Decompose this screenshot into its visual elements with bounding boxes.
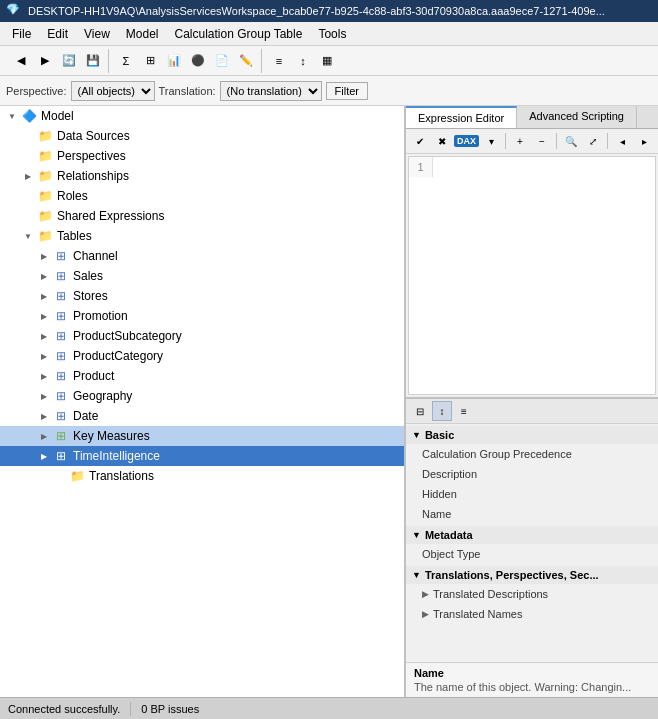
sep-3 (607, 133, 608, 149)
tree-item-geography[interactable]: ⊞ Geography (0, 386, 404, 406)
productcategory-label: ProductCategory (73, 349, 163, 363)
ball-btn[interactable]: ⚫ (187, 50, 209, 72)
chart-btn[interactable]: 📊 (163, 50, 185, 72)
save-btn[interactable]: 💾 (82, 50, 104, 72)
tree-item-productcategory[interactable]: ⊞ ProductCategory (0, 346, 404, 366)
perspective-select[interactable]: (All objects) (71, 81, 155, 101)
tree-item-product[interactable]: ⊞ Product (0, 366, 404, 386)
deploy-btn[interactable]: ▦ (316, 50, 338, 72)
stores-arrow (36, 292, 52, 301)
toolbar-group-3: ≡ ↕ ▦ (264, 49, 342, 73)
menu-tools[interactable]: Tools (310, 25, 354, 43)
product-arrow (36, 372, 52, 381)
tree-item-stores[interactable]: ⊞ Stores (0, 286, 404, 306)
props-content: ▼ Basic Calculation Group Precedence Des… (406, 424, 658, 662)
tree-item-translations[interactable]: 📁 Translations (0, 466, 404, 486)
sep-2 (556, 133, 557, 149)
menu-calc-group-table[interactable]: Calculation Group Table (167, 25, 311, 43)
keymeasures-arrow (36, 432, 52, 441)
metadata-group-label: Metadata (425, 529, 473, 541)
props-row-translated-descriptions[interactable]: ▶ Translated Descriptions (406, 584, 658, 604)
tree-item-keymeasures[interactable]: ⊞ Key Measures (0, 426, 404, 446)
editor-area[interactable]: 1 (408, 156, 656, 395)
arrow-left-btn[interactable]: ◂ (612, 131, 632, 151)
tree-item-roles[interactable]: 📁 Roles (0, 186, 404, 206)
translations-triangle: ▼ (412, 570, 421, 580)
translations-folder-icon: 📁 (68, 468, 86, 484)
tree-item-model[interactable]: 🔷 Model (0, 106, 404, 126)
minus-btn[interactable]: − (532, 131, 552, 151)
props-row-description[interactable]: Description (406, 464, 658, 484)
tab-advanced-scripting[interactable]: Advanced Scripting (517, 106, 637, 128)
keymeasures-label: Key Measures (73, 429, 150, 443)
tree-item-productsubcategory[interactable]: ⊞ ProductSubcategory (0, 326, 404, 346)
productsubcategory-label: ProductSubcategory (73, 329, 182, 343)
tree-item-perspectives[interactable]: 📁 Perspectives (0, 146, 404, 166)
sigma-btn[interactable]: Σ (115, 50, 137, 72)
tn-arrow: ▶ (422, 609, 429, 619)
toolbar-perspective: Perspective: (All objects) Translation: … (0, 76, 658, 106)
arrow-right-btn[interactable]: ▸ (634, 131, 654, 151)
title-bar: 💎 DESKTOP-HH1V9AQ\AnalysisServicesWorksp… (0, 0, 658, 22)
tree-item-promotion[interactable]: ⊞ Promotion (0, 306, 404, 326)
tree-item-relationships[interactable]: 📁 Relationships (0, 166, 404, 186)
translations-group-label: Translations, Perspectives, Sec... (425, 569, 599, 581)
tree-item-shared-expressions[interactable]: 📁 Shared Expressions (0, 206, 404, 226)
reject-btn[interactable]: ✖ (432, 131, 452, 151)
doc-btn[interactable]: 📄 (211, 50, 233, 72)
title-text: DESKTOP-HH1V9AQ\AnalysisServicesWorkspac… (28, 5, 652, 17)
filter-button[interactable]: Filter (326, 82, 368, 100)
productcategory-arrow (36, 352, 52, 361)
props-btn-3[interactable]: ≡ (454, 401, 474, 421)
props-row-hidden[interactable]: Hidden (406, 484, 658, 504)
props-row-name[interactable]: Name (406, 504, 658, 524)
props-btn-2[interactable]: ↕ (432, 401, 452, 421)
tree-item-datasources[interactable]: 📁 Data Sources (0, 126, 404, 146)
props-row-object-type[interactable]: Object Type (406, 544, 658, 564)
edit-btn[interactable]: ✏️ (235, 50, 257, 72)
main-content: 🔷 Model 📁 Data Sources 📁 Perspectives 📁 … (0, 106, 658, 697)
props-group-metadata-header[interactable]: ▼ Metadata (406, 526, 658, 544)
props-btn-1[interactable]: ⊟ (410, 401, 430, 421)
productsubcategory-arrow (36, 332, 52, 341)
accept-btn[interactable]: ✔ (410, 131, 430, 151)
datasources-label: Data Sources (57, 129, 130, 143)
expand-btn[interactable]: ⤢ (583, 131, 603, 151)
menu-edit[interactable]: Edit (39, 25, 76, 43)
menu-model[interactable]: Model (118, 25, 167, 43)
translated-descriptions-label: Translated Descriptions (433, 588, 652, 600)
basic-triangle: ▼ (412, 430, 421, 440)
geography-arrow (36, 392, 52, 401)
refresh-btn[interactable]: 🔄 (58, 50, 80, 72)
menu-view[interactable]: View (76, 25, 118, 43)
date-table-icon: ⊞ (52, 408, 70, 424)
props-group-basic: ▼ Basic Calculation Group Precedence Des… (406, 426, 658, 524)
props-group-translations-header[interactable]: ▼ Translations, Perspectives, Sec... (406, 566, 658, 584)
format-btn[interactable]: ▾ (481, 131, 501, 151)
back-btn[interactable]: ◀ (10, 50, 32, 72)
translations-label: Translations (89, 469, 154, 483)
tree-item-timeintelligence[interactable]: ⊞ TimeIntelligence (0, 446, 404, 466)
tree-item-sales[interactable]: ⊞ Sales (0, 266, 404, 286)
translation-label: Translation: (159, 85, 216, 97)
tree-item-channel[interactable]: ⊞ Channel (0, 246, 404, 266)
props-row-calc-precedence[interactable]: Calculation Group Precedence (406, 444, 658, 464)
tables-label: Tables (57, 229, 92, 243)
translation-select[interactable]: (No translation) (220, 81, 322, 101)
props-group-basic-header[interactable]: ▼ Basic (406, 426, 658, 444)
object-type-label: Object Type (422, 548, 652, 560)
menu-file[interactable]: File (4, 25, 39, 43)
forward-btn[interactable]: ▶ (34, 50, 56, 72)
props-toolbar: ⊟ ↕ ≡ (406, 399, 658, 424)
add-btn[interactable]: + (510, 131, 530, 151)
lines-btn[interactable]: ≡ (268, 50, 290, 72)
tab-expression-editor[interactable]: Expression Editor (406, 106, 517, 128)
props-row-translated-names[interactable]: ▶ Translated Names (406, 604, 658, 624)
tree-item-date[interactable]: ⊞ Date (0, 406, 404, 426)
tree-item-tables[interactable]: 📁 Tables (0, 226, 404, 246)
toolbar-main: ◀ ▶ 🔄 💾 Σ ⊞ 📊 ⚫ 📄 ✏️ ≡ ↕ ▦ (0, 46, 658, 76)
perspectives-folder-icon: 📁 (36, 148, 54, 164)
grid-btn[interactable]: ⊞ (139, 50, 161, 72)
search-btn[interactable]: 🔍 (561, 131, 581, 151)
sort-btn[interactable]: ↕ (292, 50, 314, 72)
